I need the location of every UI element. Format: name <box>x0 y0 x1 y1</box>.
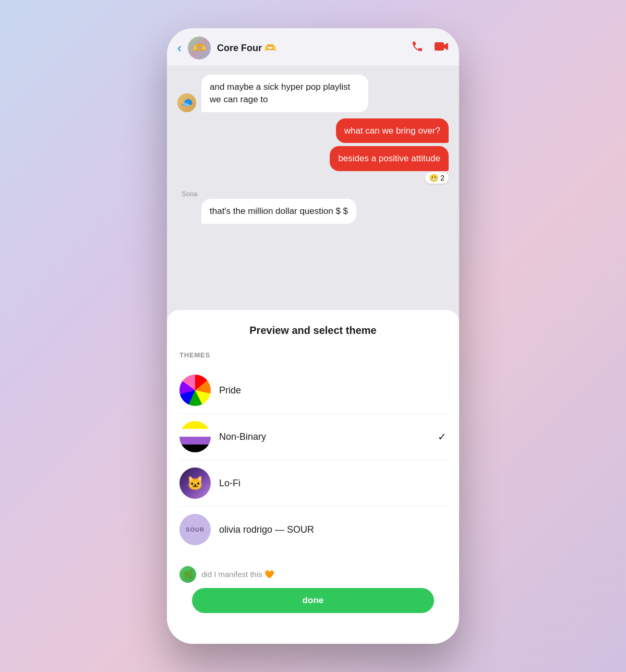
theme-selected-check: ✓ <box>438 430 447 443</box>
sour-icon: SOUR <box>179 514 211 545</box>
chat-area: 🧢 and maybe a sick hyper pop playlist we… <box>167 66 459 232</box>
theme-name-nonbinary: Non-Binary <box>219 431 429 442</box>
sheet-title: Preview and select theme <box>179 325 447 337</box>
reaction-badge: 😬 2 <box>425 172 449 184</box>
themes-section-label: THEMES <box>179 351 447 359</box>
bubble-outgoing-2: besides a positive attitude <box>330 146 449 171</box>
call-button[interactable] <box>411 40 424 56</box>
group-avatar: 🫶 <box>188 37 211 59</box>
phone-frame: ‹ 🫶 Core Four 🫶 🧢 and maybe a sick hyper… <box>167 28 459 644</box>
theme-item-pride[interactable]: Pride <box>179 367 447 414</box>
svg-rect-0 <box>435 42 444 51</box>
group-name: Core Four 🫶 <box>217 42 405 54</box>
back-button[interactable]: ‹ <box>177 41 182 55</box>
theme-name-pride: Pride <box>219 385 447 396</box>
theme-name-sour: olivia rodrigo — SOUR <box>219 524 447 535</box>
reaction-emoji: 😬 <box>429 174 438 182</box>
reaction-count: 2 <box>440 174 444 182</box>
message-incoming-2: that's the million dollar question $ $ <box>177 199 449 224</box>
done-button[interactable]: done <box>192 588 434 613</box>
theme-list: Pride Non-Binary ✓ 🐱 Lo-Fi SOUR oliv <box>179 367 447 553</box>
theme-item-sour[interactable]: SOUR olivia rodrigo — SOUR <box>179 507 447 553</box>
partial-avatar: 🌿 <box>179 566 196 583</box>
partial-message-text: did I manifest this 🧡 <box>201 570 274 579</box>
sender-avatar-1: 🧢 <box>177 93 196 112</box>
bubble-incoming-1: and maybe a sick hyper pop playlist we c… <box>201 75 368 112</box>
lofi-icon: 🐱 <box>179 467 211 499</box>
header-actions <box>411 40 449 56</box>
theme-item-nonbinary[interactable]: Non-Binary ✓ <box>179 414 447 460</box>
theme-item-lofi[interactable]: 🐱 Lo-Fi <box>179 460 447 507</box>
sour-icon-text: SOUR <box>186 526 204 533</box>
message-outgoing-1: what can we bring over? besides a positi… <box>177 118 449 184</box>
video-button[interactable] <box>434 40 449 56</box>
chat-header: ‹ 🫶 Core Four 🫶 <box>167 28 459 66</box>
theme-name-lofi: Lo-Fi <box>219 478 447 489</box>
nonbinary-icon <box>179 421 211 452</box>
bubble-incoming-2: that's the million dollar question $ $ <box>201 199 356 224</box>
sender-label: Sona <box>182 190 449 198</box>
message-incoming-1: 🧢 and maybe a sick hyper pop playlist we… <box>177 75 449 112</box>
message-incoming-group-2: Sona that's the million dollar question … <box>177 190 449 224</box>
bottom-sheet: Preview and select theme THEMES Pride No… <box>167 310 459 644</box>
bubble-outgoing-1: what can we bring over? <box>336 118 449 143</box>
pride-icon <box>179 375 211 406</box>
partial-message-row: 🌿 did I manifest this 🧡 <box>179 561 447 588</box>
